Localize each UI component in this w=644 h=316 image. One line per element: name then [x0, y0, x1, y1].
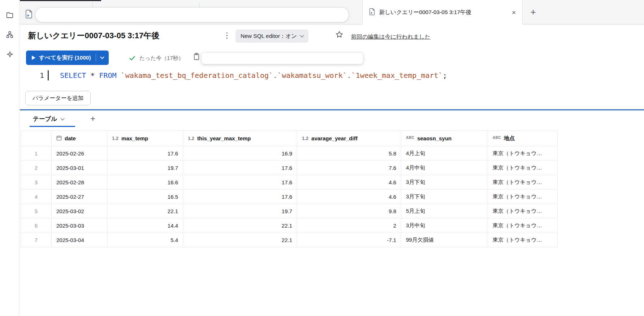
- column-header-date[interactable]: date: [52, 131, 107, 146]
- query-tab-active[interactable]: 新しいクエリー0007-03-05 3:17午後 ×: [362, 0, 523, 25]
- cell-chiten[interactable]: 東京（トウキョウ…: [488, 146, 558, 161]
- cell-date[interactable]: 2025-03-02: [52, 204, 107, 219]
- cell-chiten[interactable]: 東京（トウキョウ…: [488, 161, 558, 175]
- top-edge-line: [16, 0, 101, 1]
- cell-seaosn_syun[interactable]: 4月上旬: [401, 146, 488, 161]
- row-number: 5: [21, 204, 52, 219]
- cell-avarage_year_diff[interactable]: -7.1: [297, 233, 401, 247]
- cell-date[interactable]: 2025-02-28: [52, 175, 107, 190]
- text-cursor: [48, 70, 49, 80]
- cell-chiten[interactable]: 東京（トウキョウ…: [488, 190, 558, 204]
- cell-max_temp[interactable]: 19.7: [107, 161, 183, 175]
- sql-keyword: SELECT: [60, 71, 86, 80]
- results-grid: date1.2max_temp1.2this_year_max_temp1.2a…: [21, 130, 558, 247]
- column-header-content: ABCseaosn_syun: [406, 135, 483, 141]
- table-body: 12025-02-2617.616.95.84月上旬東京（トウキョウ…22025…: [21, 146, 558, 247]
- cell-max_temp[interactable]: 5.4: [107, 233, 183, 247]
- column-header-this_year_max_temp[interactable]: 1.2this_year_max_temp: [183, 131, 297, 146]
- cell-seaosn_syun[interactable]: 99月欠損値: [401, 233, 488, 247]
- run-all-button[interactable]: すべてを実行 (1000): [26, 51, 109, 65]
- cell-seaosn_syun[interactable]: 3月下旬: [401, 190, 488, 204]
- sql-file-icon: [369, 8, 375, 17]
- cell-max_temp[interactable]: 16.5: [107, 190, 183, 204]
- cell-seaosn_syun[interactable]: 3月下旬: [401, 175, 488, 190]
- cell-seaosn_syun[interactable]: 3月中旬: [401, 219, 488, 233]
- last-edit-link[interactable]: 前回の編集は今に行われました: [351, 33, 431, 41]
- cell-chiten[interactable]: 東京（トウキョウ…: [488, 175, 558, 190]
- play-icon: [32, 56, 35, 60]
- column-label: date: [65, 135, 76, 141]
- favorite-star-icon[interactable]: [335, 30, 343, 40]
- add-results-tab-button[interactable]: +: [88, 114, 98, 124]
- cell-avarage_year_diff[interactable]: 9.8: [297, 204, 401, 219]
- column-header-content: date: [56, 135, 102, 142]
- folder-icon[interactable]: [5, 11, 14, 19]
- row-number: 3: [21, 175, 52, 190]
- floating-popover: [201, 52, 363, 64]
- sql-semicolon: ;: [443, 71, 447, 80]
- table-row: 42025-02-2716.517.64.63月下旬東京（トウキョウ…: [21, 190, 558, 204]
- panel-resize-handle[interactable]: [20, 109, 644, 110]
- column-label: 地点: [504, 135, 515, 142]
- string-type-icon: ABC: [406, 136, 414, 140]
- chevron-down-icon: [300, 33, 304, 37]
- column-header-seaosn_syun[interactable]: ABCseaosn_syun: [401, 131, 488, 146]
- chevron-down-icon: [61, 116, 65, 120]
- cell-date[interactable]: 2025-03-01: [52, 161, 107, 175]
- column-label: max_temp: [121, 135, 148, 141]
- column-header-content: ABC地点: [493, 135, 553, 142]
- close-tab-icon[interactable]: ×: [512, 9, 516, 16]
- cell-avarage_year_diff[interactable]: 7.6: [297, 161, 401, 175]
- toggle-label: New SQL editor：オン: [241, 32, 297, 40]
- table-row: 32025-02-2816.617.64.63月下旬東京（トウキョウ…: [21, 175, 558, 190]
- table-row: 22025-03-0119.717.67.64月中旬東京（トウキョウ…: [21, 161, 558, 175]
- clipboard-icon[interactable]: [193, 53, 200, 62]
- cell-this_year_max_temp[interactable]: 17.6: [183, 190, 297, 204]
- cell-date[interactable]: 2025-03-04: [52, 233, 107, 247]
- new-tab-button[interactable]: +: [527, 6, 539, 18]
- new-sql-editor-toggle[interactable]: New SQL editor：オン: [235, 30, 308, 43]
- cell-this_year_max_temp[interactable]: 22.1: [183, 219, 297, 233]
- cell-chiten[interactable]: 東京（トウキョウ…: [488, 204, 558, 219]
- cell-max_temp[interactable]: 16.6: [107, 175, 183, 190]
- page-title: 新しいクエリー0007-03-05 3:17午後: [28, 30, 159, 41]
- cell-date[interactable]: 2025-03-03: [52, 219, 107, 233]
- run-button-label: すべてを実行 (1000): [39, 54, 91, 62]
- line-number: 1: [35, 71, 44, 80]
- button-divider: [96, 54, 96, 62]
- column-header-chiten[interactable]: ABC地点: [488, 131, 558, 146]
- assistant-sparkle-icon[interactable]: [5, 50, 14, 58]
- tab-bar-search-input[interactable]: [35, 7, 349, 22]
- cell-this_year_max_temp[interactable]: 17.6: [183, 161, 297, 175]
- column-header-max_temp[interactable]: 1.2max_temp: [107, 131, 183, 146]
- cell-max_temp[interactable]: 22.1: [107, 204, 183, 219]
- cell-avarage_year_diff[interactable]: 4.6: [297, 175, 401, 190]
- row-number: 1: [21, 146, 52, 161]
- cell-max_temp[interactable]: 14.4: [107, 219, 183, 233]
- column-header-avarage_year_diff[interactable]: 1.2avarage_year_diff: [297, 131, 401, 146]
- chevron-down-icon[interactable]: [100, 55, 104, 59]
- workflow-icon[interactable]: [5, 30, 14, 39]
- number-type-icon: 1.2: [302, 136, 308, 141]
- cell-chiten[interactable]: 東京（トウキョウ…: [488, 233, 558, 247]
- table-row: 12025-02-2617.616.95.84月上旬東京（トウキョウ…: [21, 146, 558, 161]
- sql-editor-line[interactable]: SELECT * FROM `wakama_test_bq_federation…: [60, 71, 447, 80]
- kebab-menu-icon[interactable]: ⋮: [221, 30, 233, 40]
- add-parameter-button[interactable]: パラメーターを追加: [25, 91, 91, 105]
- cell-date[interactable]: 2025-02-26: [52, 146, 107, 161]
- cell-avarage_year_diff[interactable]: 2: [297, 219, 401, 233]
- cell-seaosn_syun[interactable]: 4月中旬: [401, 161, 488, 175]
- cell-avarage_year_diff[interactable]: 4.6: [297, 190, 401, 204]
- cell-max_temp[interactable]: 17.6: [107, 146, 183, 161]
- cell-avarage_year_diff[interactable]: 5.8: [297, 146, 401, 161]
- cell-this_year_max_temp[interactable]: 19.7: [183, 204, 297, 219]
- app-window: 新しいクエリー0007-03-05 3:17午後 × + 新しいクエリー0007…: [0, 0, 644, 316]
- results-tab-table[interactable]: テーブル: [33, 115, 64, 123]
- left-sidebar: [0, 0, 20, 316]
- cell-this_year_max_temp[interactable]: 22.1: [183, 233, 297, 247]
- cell-this_year_max_temp[interactable]: 16.9: [183, 146, 297, 161]
- cell-chiten[interactable]: 東京（トウキョウ…: [488, 219, 558, 233]
- cell-date[interactable]: 2025-02-27: [52, 190, 107, 204]
- cell-seaosn_syun[interactable]: 5月上旬: [401, 204, 488, 219]
- cell-this_year_max_temp[interactable]: 17.6: [183, 175, 297, 190]
